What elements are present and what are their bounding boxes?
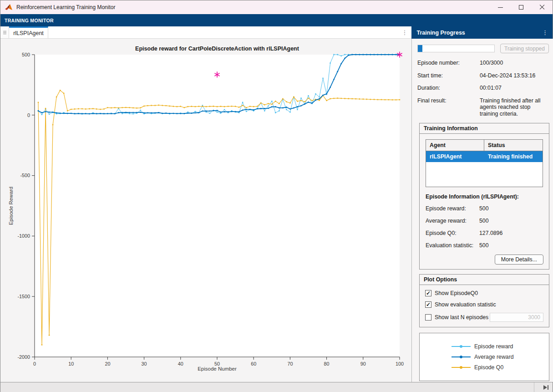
- status-cell: Training finished: [484, 151, 543, 162]
- stat-value: 500: [479, 205, 489, 212]
- show-evaluation-statistic-checkbox[interactable]: ✓: [425, 301, 431, 308]
- matlab-logo-icon: [5, 4, 13, 11]
- window-title: Reinforcement Learning Training Monitor: [16, 4, 115, 10]
- column-header-agent[interactable]: Agent: [426, 140, 484, 151]
- training-progress-panel: Training stopped Episode number: 100/300…: [412, 39, 553, 382]
- panel-overflow-menu-button[interactable]: ⋮: [542, 29, 548, 36]
- training-progress-title: Training Progress: [417, 30, 542, 36]
- show-last-n-episodes-option: Show last N episodes: [425, 313, 543, 322]
- svg-text:100: 100: [396, 361, 404, 367]
- svg-text:500: 500: [22, 52, 30, 57]
- ribbon-tab-training-monitor[interactable]: TRAINING MONITOR: [5, 18, 54, 23]
- tab-label: rlLSPIAgent: [13, 30, 44, 36]
- maximize-button[interactable]: [511, 0, 532, 14]
- table-row[interactable]: rlLSPIAgent Training finished: [426, 151, 543, 162]
- average-reward-row: Average reward: 500: [426, 218, 543, 224]
- stat-label: Average reward:: [426, 218, 479, 224]
- stat-value: 127.0896: [479, 230, 502, 236]
- episode-information-title: Episode Information (rlLSPIAgent):: [426, 193, 543, 200]
- legend-line-swatch: [452, 346, 471, 347]
- figure-panel: Episode reward for CartPoleDiscreteActio…: [0, 39, 411, 382]
- training-progress-header: Training Progress ⋮: [411, 26, 553, 39]
- info-value: 100/3000: [480, 60, 549, 66]
- training-progress-fill: [418, 45, 422, 52]
- show-episodeq0-option: ✓ Show EpisodeQ0: [425, 290, 543, 296]
- svg-text:70: 70: [287, 361, 293, 367]
- info-label: Final result:: [417, 97, 480, 117]
- status-bar-right-cell: [534, 382, 553, 392]
- legend-line-swatch: [452, 367, 471, 368]
- legend-marker-dot: [460, 366, 462, 369]
- legend-line-swatch: [452, 356, 471, 357]
- training-information-group: Training Information Agent Status rlLSPI…: [419, 123, 549, 270]
- stat-label: Evaluation statistic:: [426, 242, 479, 249]
- checkbox-label: Show EpisodeQ0: [435, 290, 478, 296]
- legend-entry-episode-q0: Episode Q0: [452, 362, 549, 373]
- status-bar: [0, 382, 553, 392]
- legend-label: Episode reward: [474, 343, 513, 350]
- chart-legend: Episode reward Average reward Episode Q0: [419, 333, 549, 381]
- group-title: Plot Options: [420, 275, 549, 285]
- checkbox-label: Show evaluation statistic: [435, 301, 496, 308]
- group-title: Training Information: [420, 123, 549, 134]
- panel-menu-button[interactable]: [0, 26, 9, 38]
- svg-text:-2000: -2000: [17, 354, 30, 360]
- title-bar: Reinforcement Learning Training Monitor: [0, 0, 553, 14]
- legend-label: Episode Q0: [474, 364, 503, 371]
- run-info: Episode number: 100/3000 Start time: 04-…: [417, 60, 549, 117]
- svg-text:10: 10: [68, 361, 74, 367]
- svg-text:Episode reward for CartPoleDis: Episode reward for CartPoleDiscreteActio…: [135, 46, 299, 52]
- svg-text:60: 60: [251, 361, 256, 367]
- svg-text:80: 80: [324, 361, 330, 367]
- show-evaluation-statistic-option: ✓ Show evaluation statistic: [425, 301, 543, 308]
- show-last-n-episodes-checkbox[interactable]: [425, 314, 431, 321]
- skip-to-end-icon[interactable]: [543, 385, 549, 390]
- svg-text:40: 40: [178, 361, 183, 367]
- training-stopped-button[interactable]: Training stopped: [500, 44, 549, 53]
- toolstrip-ribbon: TRAINING MONITOR: [0, 14, 553, 26]
- svg-text:-500: -500: [20, 173, 30, 178]
- tab-overflow-menu-button[interactable]: ⋮: [402, 26, 408, 39]
- svg-text:20: 20: [105, 361, 110, 367]
- close-button[interactable]: [532, 0, 553, 14]
- document-tab-strip: rlLSPIAgent ⋮: [0, 26, 411, 39]
- svg-text:-1500: -1500: [17, 294, 30, 299]
- info-row-final-result: Final result: Training finished after al…: [417, 97, 549, 117]
- episode-reward-chart: Episode reward for CartPoleDiscreteActio…: [0, 39, 411, 382]
- info-label: Start time:: [417, 72, 480, 79]
- training-progress-bar: [417, 45, 495, 52]
- stat-label: Episode Q0:: [426, 230, 479, 236]
- episode-q0-row: Episode Q0: 127.0896: [426, 230, 543, 236]
- minimize-button[interactable]: [490, 0, 511, 14]
- info-label: Episode number:: [417, 60, 480, 66]
- checkbox-label: Show last N episodes: [435, 314, 488, 321]
- last-n-episodes-input[interactable]: [490, 313, 543, 322]
- info-row-start-time: Start time: 04-Dec-2024 13:53:16: [417, 72, 549, 79]
- info-row-duration: Duration: 00:01:07: [417, 85, 549, 92]
- plot-options-group: Plot Options ✓ Show EpisodeQ0 ✓ Show eva…: [419, 274, 549, 327]
- app-window: Reinforcement Learning Training Monitor …: [0, 0, 553, 392]
- overflow-menu-icon: ⋮: [402, 29, 408, 36]
- stat-value: 500: [479, 218, 489, 224]
- info-row-episode-number: Episode number: 100/3000: [417, 60, 549, 66]
- svg-text:50: 50: [214, 361, 220, 367]
- legend-entry-episode-reward: Episode reward: [452, 341, 549, 352]
- close-icon: [539, 5, 545, 10]
- more-details-button[interactable]: More Details...: [495, 255, 543, 265]
- panel-menu-icon: [3, 32, 6, 33]
- maximize-icon: [519, 5, 523, 10]
- svg-text:30: 30: [142, 361, 147, 367]
- column-header-status[interactable]: Status: [484, 140, 543, 151]
- svg-text:Episode Reward: Episode Reward: [8, 187, 14, 225]
- svg-text:-1000: -1000: [17, 233, 30, 239]
- tab-rllspiagent[interactable]: rlLSPIAgent: [9, 26, 48, 38]
- episode-reward-row: Episode reward: 500: [426, 205, 543, 212]
- agent-cell: rlLSPIAgent: [426, 151, 484, 162]
- legend-entry-average-reward: Average reward: [452, 352, 549, 362]
- info-value: Training finished after all agents reach…: [480, 97, 549, 117]
- svg-text:0: 0: [33, 361, 36, 367]
- agent-status-table: Agent Status rlLSPIAgent Training finish…: [426, 139, 543, 187]
- table-header-row: Agent Status: [426, 140, 543, 151]
- show-episodeq0-checkbox[interactable]: ✓: [425, 290, 431, 296]
- info-value: 00:01:07: [480, 85, 549, 92]
